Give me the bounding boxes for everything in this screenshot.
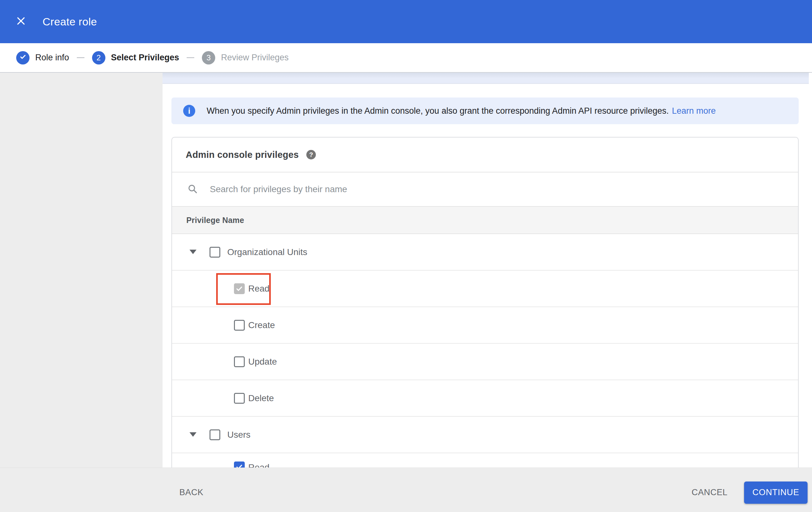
read-checkbox[interactable] bbox=[234, 283, 245, 294]
collapse-arrow-icon[interactable] bbox=[190, 250, 197, 254]
dialog-title: Create role bbox=[42, 16, 97, 28]
check-icon bbox=[19, 53, 26, 62]
continue-button[interactable]: CONTINUE bbox=[744, 482, 808, 504]
step-select-privileges[interactable]: 2 Select Privileges bbox=[92, 51, 179, 64]
privilege-name-column-header: Privilege Name bbox=[172, 206, 798, 234]
delete-checkbox[interactable] bbox=[234, 393, 245, 404]
privilege-label: Create bbox=[248, 320, 275, 331]
search-icon bbox=[187, 184, 198, 195]
step-3-circle: 3 bbox=[202, 51, 215, 64]
step-3-label: Review Privileges bbox=[221, 53, 289, 62]
info-banner-text: When you specify Admin privileges in the… bbox=[207, 106, 669, 116]
privilege-row-create: Create bbox=[172, 307, 798, 344]
privilege-row-organizational-units: Organizational Units bbox=[172, 234, 798, 271]
privilege-label: Update bbox=[248, 356, 277, 367]
privilege-label: Users bbox=[227, 429, 251, 440]
info-banner: i When you specify Admin privileges in t… bbox=[171, 98, 799, 124]
cancel-button[interactable]: CANCEL bbox=[692, 488, 728, 497]
app-bar: Create role bbox=[0, 0, 812, 43]
left-gutter bbox=[0, 73, 163, 512]
content-area: i When you specify Admin privileges in t… bbox=[163, 73, 812, 512]
close-button[interactable] bbox=[14, 15, 27, 28]
create-role-dialog: Create role Role info 2 Select Privilege… bbox=[0, 0, 812, 512]
step-connector bbox=[77, 57, 84, 58]
step-connector bbox=[187, 57, 194, 58]
close-icon bbox=[16, 16, 26, 28]
step-role-info[interactable]: Role info bbox=[16, 51, 69, 64]
privilege-row-update: Update bbox=[172, 344, 798, 380]
users-checkbox[interactable] bbox=[209, 429, 220, 440]
info-icon: i bbox=[183, 105, 195, 117]
privilege-label: Organizational Units bbox=[227, 247, 307, 258]
privilege-label: Read bbox=[248, 283, 269, 294]
update-checkbox[interactable] bbox=[234, 356, 245, 367]
help-icon[interactable]: ? bbox=[306, 150, 316, 159]
privilege-search-input[interactable] bbox=[209, 184, 718, 195]
footer-bar: BACK CANCEL CONTINUE bbox=[0, 467, 812, 512]
collapse-arrow-icon[interactable] bbox=[190, 432, 197, 437]
stepper: Role info 2 Select Privileges 3 Review P… bbox=[0, 43, 812, 73]
privilege-row-read: Read bbox=[172, 271, 798, 307]
organizational-units-checkbox[interactable] bbox=[209, 247, 220, 258]
step-review-privileges[interactable]: 3 Review Privileges bbox=[202, 51, 289, 64]
scrolled-content-edge bbox=[163, 73, 809, 84]
create-checkbox[interactable] bbox=[234, 320, 245, 331]
step-1-circle bbox=[16, 51, 30, 64]
privilege-search-row bbox=[172, 172, 798, 206]
privilege-row-delete: Delete bbox=[172, 380, 798, 417]
admin-console-privileges-card: Admin console privileges ? Privilege Nam… bbox=[171, 137, 799, 512]
step-2-circle: 2 bbox=[92, 51, 106, 64]
card-title: Admin console privileges bbox=[186, 150, 299, 160]
learn-more-link[interactable]: Learn more bbox=[672, 106, 716, 116]
step-2-label: Select Privileges bbox=[111, 53, 179, 62]
back-button[interactable]: BACK bbox=[179, 488, 203, 497]
step-1-label: Role info bbox=[35, 53, 69, 62]
privilege-row-users: Users bbox=[172, 417, 798, 453]
privilege-label: Delete bbox=[248, 393, 274, 404]
card-header: Admin console privileges ? bbox=[172, 137, 798, 172]
